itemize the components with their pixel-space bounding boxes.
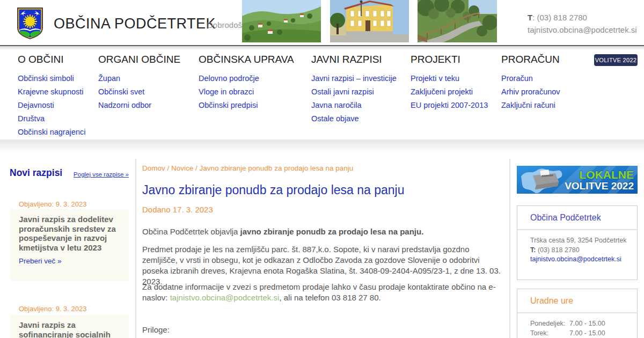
municipality-coat-of-arms-logo[interactable] bbox=[16, 6, 44, 40]
header-email[interactable]: tajnistvo.obcina@podcetrtek.si bbox=[528, 24, 637, 36]
nav-link[interactable]: Javna naročila bbox=[311, 99, 397, 112]
nav-header-javni-razpisi[interactable]: JAVNI RAZPISI bbox=[311, 54, 397, 65]
nav-header-projekti[interactable]: PROJEKTI bbox=[411, 54, 488, 65]
site-title[interactable]: OBČINA PODČETRTEK bbox=[54, 16, 216, 32]
nav-column-organi-obcine: ORGANI OBČINE Župan Občinski svet Nadzor… bbox=[98, 54, 180, 112]
see-all-tenders-link[interactable]: Poglej vse razpise » bbox=[0, 171, 129, 178]
nav-column-obcinska-uprava: OBČINSKA UPRAVA Delovno področje Vloge i… bbox=[199, 54, 294, 112]
nav-link[interactable]: Zaključni računi bbox=[501, 99, 560, 112]
contact-phone: T: (03) 818 2780 bbox=[530, 246, 632, 255]
tender-card-title[interactable]: Javni razpis za dodelitev proračunskih s… bbox=[19, 215, 120, 252]
nav-link[interactable]: Društva bbox=[18, 112, 86, 126]
nav-header-proracun[interactable]: PRORAČUN bbox=[501, 54, 560, 65]
article-email-link[interactable]: tajnistvo.obcina@podcetrtek.si bbox=[170, 293, 280, 302]
nav-link[interactable]: Zaključeni projekti bbox=[411, 85, 488, 99]
nav-link[interactable]: Občinski simboli bbox=[18, 72, 86, 85]
tender-published-date: Objavljeno: 9. 3. 2023 bbox=[19, 305, 86, 313]
content-divider-right bbox=[509, 159, 510, 338]
banner-line1: LOKALNE bbox=[580, 168, 634, 181]
nav-link[interactable]: Delovno področje bbox=[199, 72, 294, 85]
article-title: Javno zbiranje ponudb za prodajo lesa na… bbox=[142, 183, 507, 197]
tender-card-title[interactable]: Javni razpis za sofinanciranje socialnih bbox=[19, 320, 120, 338]
municipality-contact-box: Občina Podčetrtek Trška cesta 59, 3254 P… bbox=[517, 205, 638, 280]
office-hours-title: Uradne ure bbox=[517, 289, 637, 313]
contact-email-link[interactable]: tajnistvo.obcina@podcetrtek.si bbox=[530, 255, 621, 263]
article-paragraph-contact: Za dodatne informacije v zvezi s predmet… bbox=[142, 282, 506, 303]
nav-bottom-shadow bbox=[0, 139, 644, 153]
nav-link[interactable]: Ostale objave bbox=[311, 112, 397, 126]
breadcrumb[interactable]: Domov / Novice / Javno zbiranje ponudb z… bbox=[142, 164, 502, 172]
nav-link[interactable]: Proračun bbox=[501, 72, 560, 85]
nav-header-obcinska-uprava[interactable]: OBČINSKA UPRAVA bbox=[199, 54, 294, 65]
header: OBČINA PODČETRTEK Dobrodoš bbox=[0, 0, 644, 45]
header-photo-road bbox=[418, 0, 497, 42]
welcome-text: Dobrodoš bbox=[207, 20, 242, 30]
contact-box-title: Občina Podčetrtek bbox=[517, 206, 637, 230]
article-paragraph-subject: Predmet prodaje je les na zemljišču parc… bbox=[142, 244, 506, 287]
volitve-2022-button[interactable]: VOLITVE 2022 bbox=[594, 54, 638, 66]
header-photo-building bbox=[330, 0, 409, 42]
nav-column-projekti: PROJEKTI Projekti v teku Zaključeni proj… bbox=[411, 54, 488, 112]
nav-link[interactable]: Krajevne skupnosti bbox=[18, 85, 86, 99]
attachments-label: Priloge: bbox=[142, 325, 506, 335]
nav-link[interactable]: Arhiv proračunov bbox=[501, 85, 560, 99]
nav-link[interactable]: Javni razpisi – investicije bbox=[311, 72, 397, 85]
nav-column-o-obcini: O OBČINI Občinski simboli Krajevne skupn… bbox=[18, 54, 86, 139]
nav-link[interactable]: Občinski nagrajenci bbox=[18, 126, 86, 139]
nav-header-organi-obcine[interactable]: ORGANI OBČINE bbox=[98, 54, 180, 65]
contact-address: Trška cesta 59, 3254 Podčetrtek bbox=[530, 236, 632, 246]
nav-link[interactable]: Ostali javni razpisi bbox=[311, 85, 397, 99]
nav-link[interactable]: Dejavnosti bbox=[18, 99, 86, 112]
nav-link[interactable]: Vloge in obrazci bbox=[199, 85, 294, 99]
page: OBČINA PODČETRTEK Dobrodoš bbox=[0, 0, 644, 338]
article-paragraph-intro: Občina Podčetrtek objavlja javno zbiranj… bbox=[142, 226, 506, 237]
office-hours-box: Uradne ure Ponedeljek: 7.00 - 15.00 Tore… bbox=[517, 289, 638, 338]
banner-line2: VOLITVE 2022 bbox=[565, 180, 634, 192]
tender-published-date: Objavljeno: 9. 3. 2023 bbox=[19, 200, 86, 208]
header-contact: T: (03) 818 2780 tajnistvo.obcina@podcet… bbox=[528, 11, 637, 36]
tender-card[interactable]: Javni razpis za dodelitev proračunskih s… bbox=[10, 209, 129, 281]
nav-link[interactable]: Župan bbox=[98, 72, 180, 85]
nav-column-javni-razpisi: JAVNI RAZPISI Javni razpisi – investicij… bbox=[311, 54, 397, 126]
nav-link[interactable]: Občinski predpisi bbox=[199, 99, 294, 112]
nav-column-proracun: PRORAČUN Proračun Arhiv proračunov Zaklj… bbox=[501, 54, 560, 112]
nav-link[interactable]: Nadzorni odbor bbox=[98, 99, 180, 112]
main-navigation: O OBČINI Občinski simboli Krajevne skupn… bbox=[0, 45, 644, 139]
tender-card[interactable]: Javni razpis za sofinanciranje socialnih bbox=[10, 315, 129, 338]
header-photo-landscape bbox=[242, 0, 321, 42]
article-date: Dodano 17. 3. 2023 bbox=[142, 205, 213, 214]
office-hours-row: Torek: 7.00 - 15.00 bbox=[530, 329, 632, 338]
nav-link[interactable]: Projekti v teku bbox=[411, 72, 488, 85]
office-hours-row: Ponedeljek: 7.00 - 15.00 bbox=[530, 319, 632, 329]
read-more-link[interactable]: Preberi več » bbox=[19, 257, 120, 265]
header-phone: T: (03) 818 2780 bbox=[528, 11, 637, 24]
nav-link[interactable]: EU projekti 2007-2013 bbox=[411, 99, 488, 112]
local-elections-2022-banner[interactable]: LOKALNE VOLITVE 2022 bbox=[517, 166, 638, 194]
content-divider-left bbox=[135, 159, 136, 338]
nav-header-o-obcini[interactable]: O OBČINI bbox=[18, 54, 86, 65]
nav-link[interactable]: Občinski svet bbox=[98, 85, 180, 99]
